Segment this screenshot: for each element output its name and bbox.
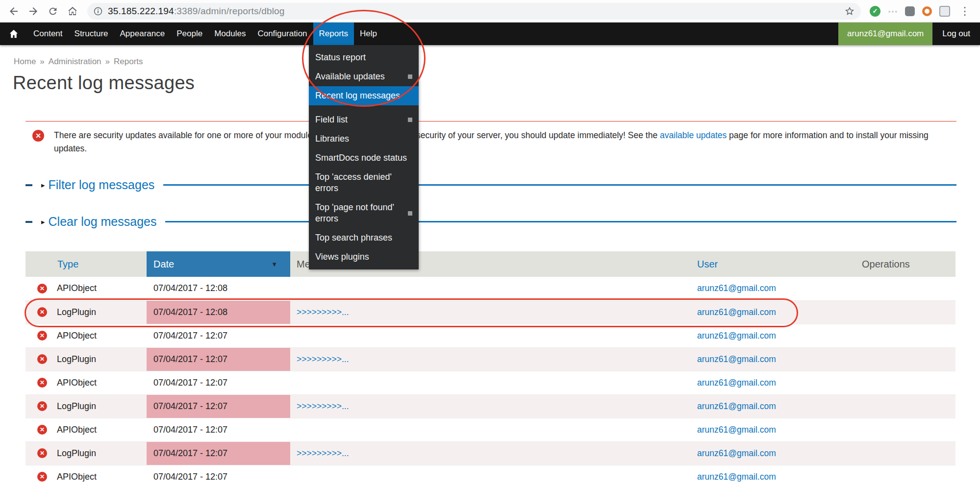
error-icon: ✕: [37, 378, 47, 388]
toolbar-item-appearance[interactable]: Appearance: [114, 23, 171, 45]
dropdown-item[interactable]: Libraries: [309, 129, 419, 148]
drupal-home-icon[interactable]: [0, 23, 27, 45]
extension-check-icon[interactable]: ✓: [870, 6, 880, 17]
back-icon[interactable]: [5, 2, 23, 20]
dropdown-item[interactable]: Available updates: [309, 67, 419, 86]
column-header-date-label: Date: [153, 259, 174, 269]
admin-menu: ContentStructureAppearancePeopleModulesC…: [27, 23, 383, 45]
toolbar-item-reports[interactable]: Reports: [313, 23, 354, 45]
dropdown-item[interactable]: Top 'page not found' errors: [309, 198, 419, 228]
log-operations: [842, 465, 955, 487]
log-date: 07/04/2017 - 12:07: [147, 371, 290, 394]
log-operations: [842, 300, 955, 324]
log-operations: [842, 324, 955, 347]
url-text: 35.185.222.194:3389/admin/reports/dblog: [108, 6, 285, 17]
dropdown-item-label: Views plugins: [315, 251, 412, 263]
extension-device-icon[interactable]: [939, 6, 950, 17]
toolbar-item-people[interactable]: People: [171, 23, 208, 45]
submenu-badge: [408, 211, 412, 216]
log-user-link[interactable]: arunz61@gmail.com: [697, 307, 776, 317]
table-header-row: Type Date▼ Message User Operations: [25, 251, 955, 277]
dropdown-item[interactable]: Views plugins: [309, 247, 419, 267]
browser-menu-icon[interactable]: ⋮: [957, 5, 972, 18]
log-user-link[interactable]: arunz61@gmail.com: [697, 472, 776, 482]
dropdown-item[interactable]: Top 'access denied' errors: [309, 168, 419, 198]
breadcrumb-item[interactable]: Home: [14, 57, 36, 66]
reload-icon[interactable]: [44, 2, 62, 20]
log-date: 07/04/2017 - 12:07: [147, 418, 290, 441]
dropdown-item[interactable]: Top search phrases: [309, 228, 419, 247]
log-user-link[interactable]: arunz61@gmail.com: [697, 401, 776, 411]
filter-log-messages-toggle[interactable]: Filter log messages: [49, 178, 155, 192]
log-date: 07/04/2017 - 12:07: [147, 324, 290, 347]
error-icon: ✕: [37, 307, 47, 317]
log-message-link[interactable]: >>>>>>>>>...: [297, 401, 349, 411]
user-account-link[interactable]: arunz61@gmail.com: [838, 23, 932, 45]
toolbar-item-help[interactable]: Help: [354, 23, 383, 45]
log-message-link[interactable]: >>>>>>>>>...: [297, 307, 349, 317]
column-header-user[interactable]: User: [690, 251, 842, 277]
log-date: 07/04/2017 - 12:07: [147, 394, 290, 418]
log-user-link[interactable]: arunz61@gmail.com: [697, 283, 776, 293]
dropdown-item[interactable]: Status report: [309, 48, 419, 67]
log-user-link[interactable]: arunz61@gmail.com: [697, 354, 776, 364]
toolbar-item-modules[interactable]: Modules: [208, 23, 251, 45]
breadcrumb-item[interactable]: Reports: [114, 57, 143, 66]
url-path: /admin/reports/dblog: [198, 6, 284, 16]
bookmark-star-icon[interactable]: [844, 6, 855, 17]
column-header-date[interactable]: Date▼: [147, 251, 290, 277]
collapsed-arrow-icon: ▸: [41, 181, 45, 190]
dropdown-item-label: Top 'access denied' errors: [315, 171, 412, 194]
dropdown-item[interactable]: SmartDocs node status: [309, 148, 419, 168]
fieldset-rule: [165, 221, 956, 222]
log-type: APIObject: [57, 378, 97, 388]
dropdown-item-label: Top search phrases: [315, 232, 412, 244]
log-date: 07/04/2017 - 12:08: [147, 277, 290, 300]
home-icon[interactable]: [64, 2, 81, 20]
address-bar[interactable]: 35.185.222.194:3389/admin/reports/dblog: [87, 3, 861, 20]
log-user-link[interactable]: arunz61@gmail.com: [697, 331, 776, 341]
page-info-icon[interactable]: [93, 6, 103, 16]
collapsed-arrow-icon: ▸: [41, 218, 45, 226]
log-user-link[interactable]: arunz61@gmail.com: [697, 448, 776, 458]
logout-link[interactable]: Log out: [932, 23, 980, 45]
dropdown-item[interactable]: Recent log messages: [309, 86, 419, 105]
error-icon: ✕: [37, 401, 47, 411]
breadcrumb: Home»Administration»Reports: [14, 57, 980, 67]
extensions-area: ✓ ⋯ ⋮: [867, 5, 975, 18]
error-icon: ✕: [37, 425, 47, 435]
log-user-link[interactable]: arunz61@gmail.com: [697, 425, 776, 435]
dropdown-item-label: Recent log messages: [315, 90, 412, 101]
table-row: ✕APIObject07/04/2017 - 12:07arunz61@gmai…: [25, 465, 955, 487]
log-date: 07/04/2017 - 12:07: [147, 347, 290, 371]
column-header-type[interactable]: Type: [25, 251, 147, 277]
available-updates-link[interactable]: available updates: [660, 130, 727, 140]
log-message-link[interactable]: >>>>>>>>>...: [297, 448, 349, 458]
extension-shape-icon[interactable]: [905, 6, 915, 16]
log-operations: [842, 277, 955, 300]
table-row: ✕APIObject07/04/2017 - 12:08arunz61@gmai…: [25, 277, 955, 300]
toolbar-item-configuration[interactable]: Configuration: [251, 23, 313, 45]
dropdown-item-label: Libraries: [315, 133, 412, 145]
log-type: APIObject: [57, 472, 97, 482]
log-operations: [842, 418, 955, 441]
url-port: :3389: [174, 6, 198, 16]
toolbar-item-content[interactable]: Content: [27, 23, 69, 45]
extension-ring-icon[interactable]: [922, 6, 932, 16]
dropdown-item[interactable]: Field list: [309, 110, 419, 129]
log-type: APIObject: [57, 331, 97, 341]
forward-icon[interactable]: [25, 2, 42, 20]
log-user-link[interactable]: arunz61@gmail.com: [697, 378, 776, 388]
toolbar-item-structure[interactable]: Structure: [69, 23, 114, 45]
url-host: 35.185.222.194: [108, 6, 174, 16]
error-icon: ✕: [37, 284, 47, 293]
sort-desc-icon: ▼: [271, 261, 277, 268]
log-message-link[interactable]: >>>>>>>>>...: [297, 354, 349, 364]
fieldset-dash: [25, 221, 32, 223]
table-row: ✕LogPlugin07/04/2017 - 12:07>>>>>>>>>...…: [25, 347, 955, 371]
clear-log-messages-toggle[interactable]: Clear log messages: [49, 215, 157, 229]
column-header-operations: Operations: [842, 251, 955, 277]
extension-dots-icon[interactable]: ⋯: [888, 5, 898, 17]
breadcrumb-item[interactable]: Administration: [49, 57, 101, 66]
table-row: ✕LogPlugin07/04/2017 - 12:07>>>>>>>>>...…: [25, 394, 955, 418]
